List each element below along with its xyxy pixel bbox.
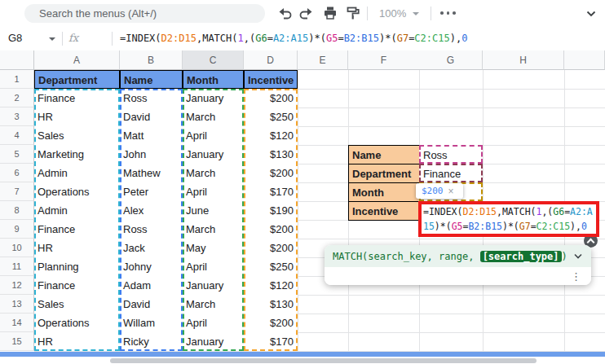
lookup-value-cell[interactable]: Finance: [419, 164, 483, 182]
search-menus-input[interactable]: Search the menus (Alt+/): [24, 4, 265, 23]
help-prefix: MATCH(search_key, range,: [333, 251, 480, 262]
column-header[interactable]: F: [348, 50, 420, 70]
column-header[interactable]: B: [120, 50, 183, 70]
lookup-label-cell[interactable]: Month: [348, 182, 420, 202]
more-vert-icon[interactable]: ⋮: [571, 271, 581, 282]
row-header[interactable]: 3: [0, 107, 34, 126]
row-header[interactable]: 12: [0, 276, 34, 295]
table-header-cell[interactable]: Month: [183, 70, 244, 89]
range-highlight-d2-d15: [244, 89, 298, 351]
fx-icon: fx: [68, 27, 78, 50]
row-header[interactable]: 15: [0, 332, 34, 351]
formula-bar-separator: [62, 32, 63, 46]
row-header[interactable]: 6: [0, 164, 34, 182]
toolbar-separator: [367, 7, 368, 20]
row-header[interactable]: 4: [0, 126, 34, 145]
row-header[interactable]: 9: [0, 220, 34, 239]
column-header[interactable]: G: [419, 50, 483, 70]
row-header[interactable]: 2: [0, 89, 34, 107]
lookup-label-cell[interactable]: Name: [348, 145, 420, 164]
row-header[interactable]: 1: [0, 70, 34, 89]
hide-menus-chevron-icon[interactable]: [585, 8, 597, 20]
column-header[interactable]: E: [298, 50, 348, 70]
row-header[interactable]: 7: [0, 182, 34, 201]
partial-next-row: [0, 352, 605, 357]
range-highlight-b2-b15: [120, 89, 183, 351]
lookup-value-cell[interactable]: Ross: [419, 145, 483, 164]
chevron-down-icon[interactable]: [573, 252, 583, 261]
help-suffix: ): [562, 251, 567, 262]
formula-result-preview: $200 ×: [416, 183, 463, 199]
select-all-corner[interactable]: [0, 50, 34, 70]
column-header[interactable]: C: [183, 50, 244, 70]
spreadsheet-app: Search the menus (Alt+/) 100%: [0, 0, 605, 364]
range-highlight-a2-a15: [34, 89, 120, 351]
formula-help-signature: MATCH(search_key, range, [search_type]): [325, 245, 591, 267]
chevron-up-icon: [587, 239, 595, 247]
formula-cell-editor[interactable]: =INDEX(D2:D15,MATCH(1,(G6=A2:A15)*(G5=B2…: [418, 201, 599, 237]
formula-bar: G8 fx =INDEX(D2:D15,MATCH(1,(G6=A2:A15)*…: [0, 27, 605, 51]
row-header[interactable]: 5: [0, 145, 34, 164]
formula-bar-separator: [112, 32, 113, 46]
toolbar-separator: [431, 7, 431, 20]
horizontal-scrollbar[interactable]: [110, 358, 537, 363]
lookup-label-cell[interactable]: Incentive: [348, 201, 420, 221]
column-header[interactable]: A: [34, 50, 120, 70]
lookup-label-cell[interactable]: Department: [348, 164, 420, 183]
column-header[interactable]: H: [483, 50, 564, 70]
row-header[interactable]: 11: [0, 257, 34, 276]
zoom-dropdown-caret-icon[interactable]: [413, 12, 419, 15]
table-header-cell[interactable]: Incentive: [244, 70, 298, 89]
column-header[interactable]: D: [244, 50, 298, 70]
more-toolbar-icon[interactable]: [440, 11, 456, 15]
undo-icon[interactable]: [277, 6, 292, 20]
table-header-cell[interactable]: Department: [34, 70, 120, 89]
row-header[interactable]: 13: [0, 295, 34, 314]
gridline: [298, 70, 298, 351]
preview-value: $200: [422, 186, 444, 196]
table-header-cell[interactable]: Name: [120, 70, 183, 89]
close-icon[interactable]: ×: [448, 186, 454, 197]
toolbar: Search the menus (Alt+/) 100%: [0, 0, 605, 28]
name-box[interactable]: G8: [8, 27, 22, 50]
paint-format-icon[interactable]: [346, 6, 360, 20]
column-header[interactable]: [564, 50, 605, 70]
name-box-caret-icon[interactable]: [49, 37, 55, 41]
formula-input[interactable]: =INDEX(D2:D15,MATCH(1,(G6=A2:A15)*(G5=B2…: [120, 27, 467, 50]
row-header[interactable]: 14: [0, 314, 34, 332]
print-icon[interactable]: [323, 6, 338, 20]
row-header[interactable]: 10: [0, 239, 34, 257]
redo-icon[interactable]: [299, 6, 314, 20]
zoom-level[interactable]: 100%: [379, 7, 406, 20]
range-highlight-c2-c15: [183, 89, 244, 351]
help-active-arg: [search_type]: [480, 251, 562, 262]
formula-help-popup: MATCH(search_key, range, [search_type]) …: [325, 245, 591, 285]
row-header[interactable]: 8: [0, 201, 34, 220]
